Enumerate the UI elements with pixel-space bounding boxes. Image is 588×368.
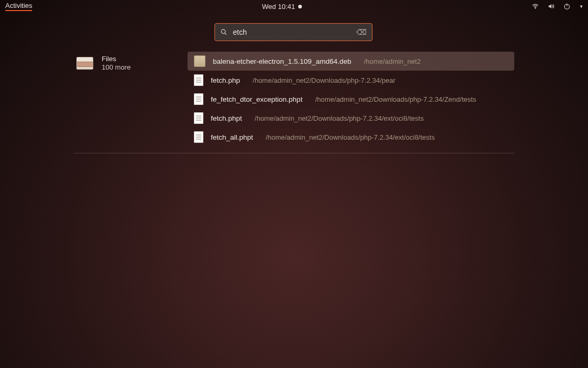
activities-button[interactable]: Activities [5,2,32,11]
result-path: /home/admin_net2 [364,57,421,65]
result-row[interactable]: balena-etcher-electron_1.5.109_amd64.deb… [188,52,514,71]
result-path: /home/admin_net2/Downloads/php-7.2.34/ex… [266,133,435,141]
search-field[interactable]: ⌫ [214,23,373,41]
document-icon [194,131,203,143]
files-icon [76,57,93,70]
chevron-down-icon: ▾ [580,4,583,9]
svg-point-0 [535,8,535,8]
search-input[interactable] [233,28,351,36]
top-bar: Activities Wed 10:41 ▾ [0,0,588,13]
result-row[interactable]: fetch.phpt/home/admin_net2/Downloads/php… [188,109,514,128]
result-row[interactable]: fetch_all.phpt/home/admin_net2/Downloads… [188,128,514,147]
result-path: /home/admin_net2/Downloads/php-7.2.34/pe… [253,76,396,84]
category-files[interactable]: Files 100 more [76,55,182,72]
system-tray[interactable]: ▾ [532,3,583,10]
clear-input-icon[interactable]: ⌫ [356,28,367,36]
clock-label: Wed 10:41 [262,3,295,11]
section-divider [74,153,514,153]
power-icon [563,3,571,10]
result-filename: balena-etcher-electron_1.5.109_amd64.deb [213,57,351,65]
result-filename: fetch.php [211,76,240,84]
document-icon [194,93,203,105]
results-list: balena-etcher-electron_1.5.109_amd64.deb… [188,52,514,147]
category-title: Files [102,55,131,63]
result-path: /home/admin_net2/Downloads/php-7.2.34/Ze… [315,95,476,103]
document-icon [194,74,203,86]
network-icon [532,3,539,10]
volume-icon [547,3,555,10]
package-icon [194,55,205,67]
svg-point-3 [221,30,226,34]
result-filename: fetch.phpt [211,114,242,122]
result-row[interactable]: fe_fetch_dtor_exception.phpt/home/admin_… [188,90,514,109]
result-row[interactable]: fetch.php/home/admin_net2/Downloads/php-… [188,71,514,90]
search-icon [220,28,228,36]
category-subtitle: 100 more [102,63,131,72]
result-path: /home/admin_net2/Downloads/php-7.2.34/ex… [254,114,424,122]
document-icon [194,112,203,124]
result-filename: fetch_all.phpt [211,133,253,141]
svg-line-4 [225,33,227,35]
result-filename: fe_fetch_dtor_exception.phpt [211,95,302,103]
clock[interactable]: Wed 10:41 [262,3,302,11]
recording-indicator-icon [298,5,302,8]
